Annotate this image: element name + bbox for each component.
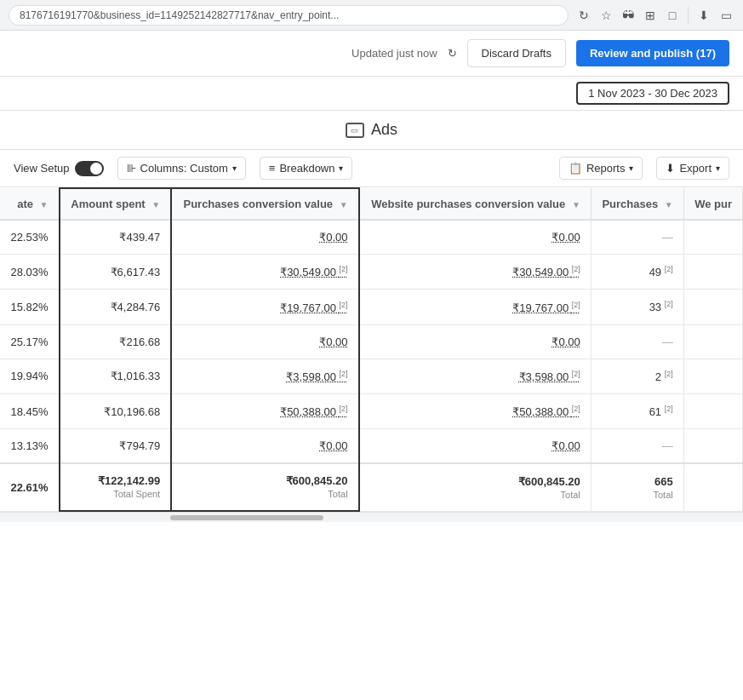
export-button[interactable]: ⬇ Export ▾ <box>656 157 729 180</box>
total-cell-website-purchases-cv: ₹600,845.20Total <box>359 463 592 511</box>
cell-website-purchases-cv: ₹0.00 <box>359 220 592 255</box>
cell-purchases: — <box>591 429 683 464</box>
discard-drafts-button[interactable]: Discard Drafts <box>467 39 566 67</box>
table-row: 25.17%₹216.68₹0.00₹0.00— <box>0 324 743 359</box>
extension-icon2[interactable]: ⊞ <box>642 7 659 24</box>
table-row: 15.82%₹4,284.76₹19,767.00 [2]₹19,767.00 … <box>0 290 743 324</box>
reports-button[interactable]: 📋 Reports ▾ <box>559 157 643 180</box>
total-cell-we-pur <box>683 463 742 511</box>
top-toolbar: Updated just now ↻ Discard Drafts Review… <box>0 31 743 77</box>
extension-icon3[interactable]: □ <box>664 7 681 24</box>
breakdown-icon: ≡ <box>269 162 276 175</box>
table-row: 28.03%₹6,617.43₹30,549.00 [2]₹30,549.00 … <box>0 255 743 290</box>
review-publish-button[interactable]: Review and publish (17) <box>576 40 729 66</box>
cell-we-pur <box>683 359 742 393</box>
sort-icon-amount[interactable]: ▼ <box>151 200 160 209</box>
table-row: 22.53%₹439.47₹0.00₹0.00— <box>0 220 743 255</box>
browser-bar: 8176716191770&business_id=11492521428277… <box>0 0 743 31</box>
cell-purchases-cv: ₹0.00 <box>171 220 358 255</box>
sort-icon-wpcv[interactable]: ▼ <box>572 200 580 209</box>
columns-label: Columns: Custom <box>140 162 228 175</box>
cell-we-pur <box>683 290 742 324</box>
cell-rate: 15.82% <box>0 290 60 324</box>
refresh-icon[interactable]: ↻ <box>448 47 457 60</box>
cell-website-purchases-cv: ₹3,598.00 [2] <box>359 359 592 393</box>
cell-purchases: 49 [2] <box>591 255 683 290</box>
columns-icon: ⊪ <box>127 162 136 175</box>
cell-website-purchases-cv: ₹30,549.00 [2] <box>359 255 592 290</box>
cell-website-purchases-cv: ₹0.00 <box>359 429 592 464</box>
reports-label: Reports <box>586 162 626 175</box>
columns-button[interactable]: ⊪ Columns: Custom ▾ <box>117 157 246 180</box>
extension-icon1[interactable]: 🕶 <box>620 7 637 24</box>
col-header-amount-spent: Amount spent ▼ <box>60 188 172 220</box>
export-icon: ⬇ <box>666 162 675 175</box>
export-label: Export <box>679 162 712 175</box>
sort-icon-pcv[interactable]: ▼ <box>340 200 348 209</box>
cell-we-pur <box>683 393 742 428</box>
sort-icon-purchases[interactable]: ▼ <box>665 200 673 209</box>
controls-bar: View Setup ⊪ Columns: Custom ▾ ≡ Breakdo… <box>0 150 743 187</box>
reports-icon: 📋 <box>569 162 582 175</box>
cell-purchases-cv: ₹30,549.00 [2] <box>171 255 358 290</box>
table-row: 19.94%₹1,016.33₹3,598.00 [2]₹3,598.00 [2… <box>0 359 743 393</box>
table-header-row: ate ▼ Amount spent ▼ Purchases conversio… <box>0 188 743 220</box>
browser-url[interactable]: 8176716191770&business_id=11492521428277… <box>9 5 569 26</box>
bookmark-icon[interactable]: ☆ <box>597 7 614 24</box>
data-table: ate ▼ Amount spent ▼ Purchases conversio… <box>0 187 743 512</box>
data-table-container: ate ▼ Amount spent ▼ Purchases conversio… <box>0 187 743 512</box>
total-cell-amount-spent: ₹122,142.99Total Spent <box>60 463 172 511</box>
cell-purchases-cv: ₹3,598.00 [2] <box>171 359 358 393</box>
sort-icon-rate[interactable]: ▼ <box>40 200 49 209</box>
cell-website-purchases-cv: ₹19,767.00 [2] <box>359 290 592 324</box>
download-icon[interactable]: ⬇ <box>695 7 712 24</box>
cell-purchases: — <box>591 220 683 255</box>
cell-website-purchases-cv: ₹50,388.00 [2] <box>359 393 592 428</box>
col-header-website-purchases-cv: Website purchases conversion value ▼ <box>359 188 592 220</box>
date-range-badge[interactable]: 1 Nov 2023 - 30 Dec 2023 <box>576 82 729 105</box>
updated-text: Updated just now <box>351 47 437 60</box>
table-row: 18.45%₹10,196.68₹50,388.00 [2]₹50,388.00… <box>0 393 743 428</box>
columns-chevron-icon: ▾ <box>232 164 237 173</box>
breakdown-label: Breakdown <box>279 162 334 175</box>
ads-header: ▭ Ads <box>0 111 743 150</box>
cell-purchases-cv: ₹0.00 <box>171 324 358 359</box>
table-total-row: 22.61%₹122,142.99Total Spent₹600,845.20T… <box>0 463 743 511</box>
cell-rate: 22.53% <box>0 220 60 255</box>
total-cell-purchases: 665Total <box>591 463 683 511</box>
cell-website-purchases-cv: ₹0.00 <box>359 324 592 359</box>
cell-amount-spent: ₹1,016.33 <box>60 359 172 393</box>
cell-we-pur <box>683 324 742 359</box>
window-icon[interactable]: ▭ <box>717 7 734 24</box>
col-header-purchases-cv: Purchases conversion value ▼ <box>171 188 358 220</box>
ads-icon: ▭ <box>346 123 364 138</box>
cell-purchases: 33 [2] <box>591 290 683 324</box>
date-range-bar: 1 Nov 2023 - 30 Dec 2023 <box>0 77 743 111</box>
cell-purchases-cv: ₹19,767.00 [2] <box>171 290 358 324</box>
ads-title: Ads <box>371 121 397 139</box>
cell-amount-spent: ₹216.68 <box>60 324 172 359</box>
horizontal-scrollbar[interactable] <box>0 512 743 522</box>
col-header-we-pur: We pur <box>683 188 742 220</box>
cell-rate: 13.13% <box>0 429 60 464</box>
cell-we-pur <box>683 220 742 255</box>
cell-amount-spent: ₹4,284.76 <box>60 290 172 324</box>
breakdown-button[interactable]: ≡ Breakdown ▾ <box>260 157 353 180</box>
cell-amount-spent: ₹439.47 <box>60 220 172 255</box>
cell-purchases: 2 [2] <box>591 359 683 393</box>
view-setup-toggle[interactable] <box>75 161 104 176</box>
reload-icon[interactable]: ↻ <box>575 7 592 24</box>
total-cell-rate: 22.61% <box>0 463 60 511</box>
cell-purchases: — <box>591 324 683 359</box>
view-setup-control: View Setup <box>14 161 104 176</box>
cell-we-pur <box>683 255 742 290</box>
view-setup-label: View Setup <box>14 162 70 175</box>
col-header-purchases: Purchases ▼ <box>591 188 683 220</box>
table-row: 13.13%₹794.79₹0.00₹0.00— <box>0 429 743 464</box>
cell-rate: 28.03% <box>0 255 60 290</box>
scroll-thumb[interactable] <box>170 515 323 520</box>
cell-amount-spent: ₹10,196.68 <box>60 393 172 428</box>
browser-icons: ↻ ☆ 🕶 ⊞ □ ⬇ ▭ <box>575 7 734 24</box>
cell-amount-spent: ₹794.79 <box>60 429 172 464</box>
export-chevron-icon: ▾ <box>716 164 720 173</box>
